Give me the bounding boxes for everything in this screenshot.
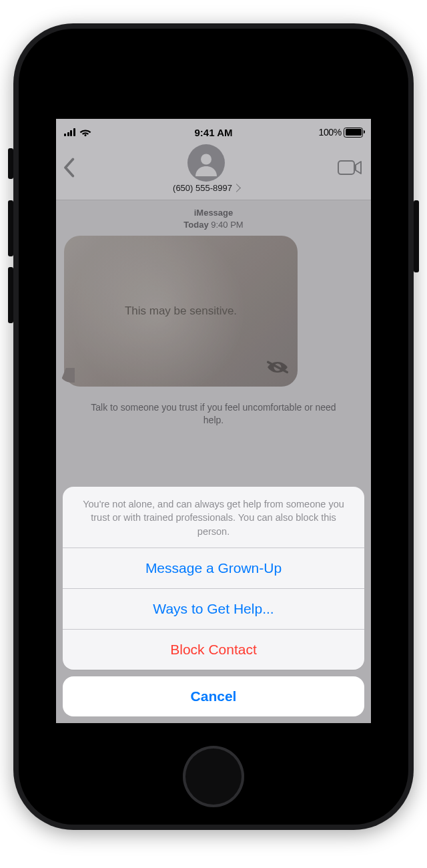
sensitive-image-bubble[interactable]: This may be sensitive.	[64, 236, 298, 387]
service-label: iMessage	[64, 207, 363, 219]
phone-frame: 9:41 AM 100%	[13, 23, 414, 830]
phone-bezel: 9:41 AM 100%	[19, 29, 408, 825]
chevron-right-icon	[232, 184, 241, 192]
hidden-eye-icon	[267, 359, 288, 379]
back-button[interactable]	[63, 158, 75, 180]
svg-rect-1	[338, 161, 354, 174]
contact-phone: (650) 555-8997	[173, 183, 232, 193]
message-thread: iMessage Today 9:40 PM This may be sensi…	[56, 200, 371, 427]
conversation-header: (650) 555-8997	[56, 142, 371, 200]
device-mockup: 9:41 AM 100%	[0, 0, 427, 868]
status-time: 9:41 AM	[56, 127, 371, 138]
action-sheet-group: You're not alone, and can always get hel…	[63, 487, 364, 670]
day-label: Today	[183, 220, 208, 230]
time-label: 9:40 PM	[211, 220, 243, 230]
status-bar: 9:41 AM 100%	[56, 119, 371, 142]
volume-up	[8, 200, 13, 256]
avatar	[187, 144, 225, 182]
svg-point-0	[201, 154, 211, 165]
home-button[interactable]	[183, 746, 244, 807]
chevron-left-icon	[63, 158, 75, 178]
screen: 9:41 AM 100%	[56, 119, 371, 723]
block-contact-button[interactable]: Block Contact	[63, 629, 364, 670]
facetime-button[interactable]	[338, 160, 362, 178]
person-icon	[193, 150, 220, 176]
message-grownup-button[interactable]: Message a Grown-Up	[63, 548, 364, 588]
sensitive-warning-label: This may be sensitive.	[125, 304, 237, 318]
battery-icon	[344, 128, 363, 138]
volume-down	[8, 267, 13, 323]
cancel-button[interactable]: Cancel	[63, 676, 364, 716]
action-sheet: You're not alone, and can always get hel…	[63, 487, 364, 716]
contact-info[interactable]: (650) 555-8997	[173, 144, 240, 193]
action-sheet-message: You're not alone, and can always get hel…	[63, 487, 364, 548]
power-button	[414, 200, 419, 272]
thread-timestamp: iMessage Today 9:40 PM	[64, 207, 363, 230]
ways-to-get-help-button[interactable]: Ways to Get Help...	[63, 588, 364, 629]
safety-caption: Talk to someone you trust if you feel un…	[64, 389, 363, 427]
video-icon	[338, 160, 362, 176]
ringer-switch	[8, 148, 13, 179]
